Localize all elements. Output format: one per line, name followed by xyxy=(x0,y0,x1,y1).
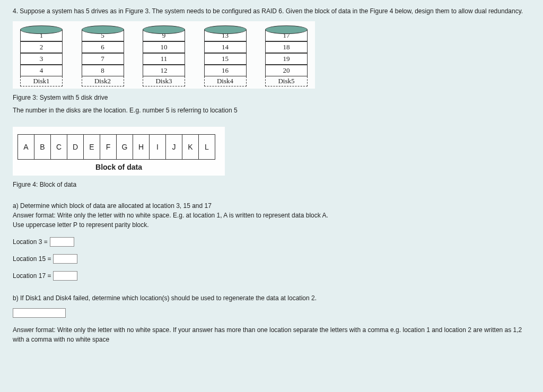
data-block-cell: D xyxy=(67,134,84,160)
data-block-cell: J xyxy=(165,134,182,160)
location-cell: 12 xyxy=(143,65,185,76)
location-cell: 15 xyxy=(204,53,247,65)
figure3-panel: 1 2 3 4 Disk1 5 6 7 8 Disk2 9 10 11 12 D… xyxy=(13,21,315,89)
figure3-note: The number in the disks are the location… xyxy=(13,107,530,114)
data-block-cell: E xyxy=(83,134,100,160)
location-cell: 16 xyxy=(204,65,247,76)
data-block-cell: K xyxy=(182,134,199,160)
data-block-cell: A xyxy=(17,134,34,160)
disk-column: 13 14 15 16 Disk4 xyxy=(200,25,251,86)
disk-label: Disk5 xyxy=(265,76,308,86)
disk-top-icon xyxy=(204,25,247,34)
part-b-question: b) If Disk1 and Disk4 failed, determine … xyxy=(13,293,530,303)
location-cell: 19 xyxy=(265,53,308,65)
location-cell: 7 xyxy=(82,53,124,65)
part-a-question: a) Determine which block of data are all… xyxy=(13,201,530,230)
partb-input[interactable] xyxy=(13,308,66,318)
location-cell: 18 xyxy=(265,41,308,53)
location15-input[interactable] xyxy=(53,254,77,264)
location-cell: 14 xyxy=(204,41,247,53)
data-block-cell: H xyxy=(133,134,150,160)
location3-label: Location 3 = xyxy=(13,238,48,246)
location-cell: 11 xyxy=(143,53,185,65)
disk-column: 5 6 7 8 Disk2 xyxy=(77,25,128,86)
disk-top-icon xyxy=(20,25,63,34)
data-block-cell: I xyxy=(149,134,166,160)
location15-label: Location 15 = xyxy=(13,255,51,263)
disk-column: 1 2 3 4 Disk1 xyxy=(16,25,67,86)
location-cell: 4 xyxy=(20,65,63,76)
part-a-format: Answer format: Write only the letter wit… xyxy=(13,211,530,220)
location-cell: 10 xyxy=(143,41,185,53)
disk-label: Disk2 xyxy=(82,76,124,86)
figure4-panel: A B C D E F G H I J K L Block of data xyxy=(13,127,225,176)
disk-label: Disk1 xyxy=(20,76,63,86)
disk-top-icon xyxy=(82,25,124,34)
data-block-cell: C xyxy=(50,134,67,160)
location-cell: 20 xyxy=(265,65,308,76)
disk-column: 9 10 11 12 Disk3 xyxy=(138,25,189,86)
block-title: Block of data xyxy=(18,163,220,171)
figure4-caption: Figure 4: Block of data xyxy=(13,181,530,188)
location17-input[interactable] xyxy=(53,271,77,281)
disk-top-icon xyxy=(265,25,308,34)
data-block-cell: F xyxy=(100,134,117,160)
location-cell: 6 xyxy=(82,41,124,53)
location-cell: 3 xyxy=(20,53,63,65)
disk-label: Disk4 xyxy=(204,76,247,86)
figure3-caption: Figure 3: System with 5 disk drive xyxy=(13,94,530,101)
question-intro: 4. Suppose a system has 5 drives as in F… xyxy=(13,6,530,16)
location3-input[interactable] xyxy=(50,237,74,247)
location17-label: Location 17 = xyxy=(13,272,51,280)
location-cell: 2 xyxy=(20,41,63,53)
part-a-text: a) Determine which block of data are all… xyxy=(13,201,530,211)
data-block-cell: L xyxy=(198,134,215,160)
disk-label: Disk3 xyxy=(143,76,185,86)
data-block-cell: B xyxy=(34,134,51,160)
disk-column: 17 18 19 20 Disk5 xyxy=(261,25,312,86)
location-cell: 8 xyxy=(82,65,124,76)
disks-row: 1 2 3 4 Disk1 5 6 7 8 Disk2 9 10 11 12 D… xyxy=(16,25,312,86)
data-block-row: A B C D E F G H I J K L xyxy=(18,134,220,160)
disk-top-icon xyxy=(143,25,185,34)
part-a-hint: Use uppercase letter P to represent pari… xyxy=(13,220,530,230)
part-b-format: Answer format: Write only the letter wit… xyxy=(13,325,530,344)
data-block-cell: G xyxy=(116,134,133,160)
